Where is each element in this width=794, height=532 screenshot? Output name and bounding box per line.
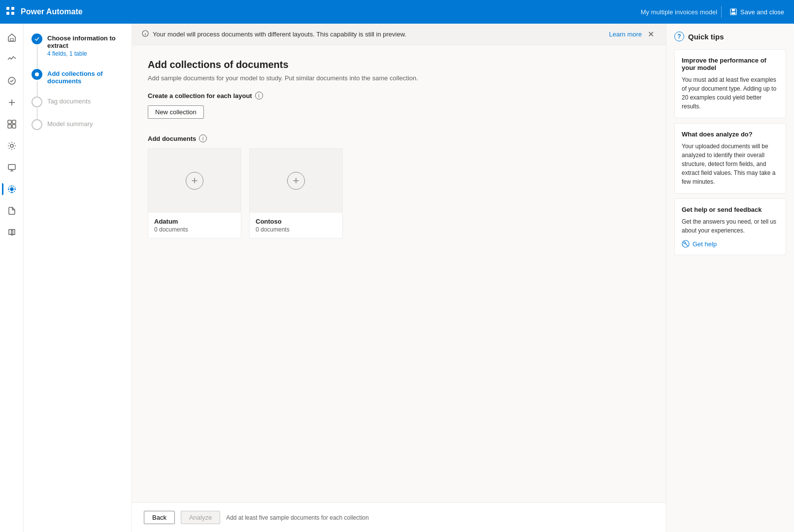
card-count-adatum: 0 documents [154, 226, 235, 233]
step-info-4: Model summary [47, 119, 93, 128]
analyze-button: Analyze [181, 511, 220, 524]
checkmark-icon [34, 36, 40, 42]
create-section-title: Create a collection for each layout [148, 92, 252, 100]
card-upload-area-contoso[interactable]: + [250, 149, 342, 213]
tip-card-analyze: What does analyze do? Your uploaded docu… [674, 123, 786, 194]
step-circle-2 [32, 69, 42, 80]
svg-rect-1 [11, 7, 14, 10]
sidebar-icon-document[interactable] [2, 201, 22, 221]
sidebar-icon-apps[interactable] [2, 114, 22, 134]
back-button[interactable]: Back [144, 511, 175, 524]
svg-rect-12 [12, 120, 16, 124]
step-info-1: Choose information to extract 4 fields, … [47, 33, 124, 57]
collection-card-adatum[interactable]: + Adatum 0 documents [148, 148, 241, 238]
svg-point-19 [10, 188, 13, 191]
sidebar-icon-home[interactable] [2, 28, 22, 47]
sidebar-icon-tools[interactable] [2, 136, 22, 156]
svg-rect-2 [6, 12, 9, 15]
svg-point-15 [10, 144, 13, 147]
sidebar-icon-ai[interactable] [2, 179, 22, 199]
banner-close-icon[interactable]: ✕ [646, 29, 656, 40]
save-close-label: Save and close [740, 8, 784, 16]
collection-card-contoso[interactable]: + Contoso 0 documents [249, 148, 343, 238]
step-info-3: Tag documents [47, 97, 91, 105]
banner-text: Your model will process documents with d… [153, 31, 605, 38]
card-info-adatum: Adatum 0 documents [148, 213, 241, 238]
step-choose-info[interactable]: Choose information to extract 4 fields, … [32, 33, 124, 57]
card-name-adatum: Adatum [154, 218, 235, 225]
steps-sidebar: Choose information to extract 4 fields, … [24, 24, 132, 532]
info-circle-icon: i [142, 30, 149, 37]
icon-sidebar [0, 24, 24, 532]
add-docs-title: Add documents [148, 135, 196, 142]
svg-rect-6 [731, 12, 735, 14]
quick-tips-title: Quick tips [688, 33, 724, 41]
topbar: Power Automate My multiple invoices mode… [0, 0, 794, 24]
sidebar-icon-add[interactable] [2, 93, 22, 112]
svg-rect-5 [732, 9, 735, 11]
page-title: Add collections of documents [148, 59, 650, 70]
get-help-label: Get help [693, 240, 717, 248]
page-content: Add collections of documents Add sample … [132, 45, 666, 502]
tip-title-improve: Improve the performance of your model [682, 57, 779, 71]
step-circle-4 [32, 119, 42, 130]
content-area: i Your model will process documents with… [132, 24, 666, 532]
card-info-contoso: Contoso 0 documents [250, 213, 342, 238]
save-close-button[interactable]: Save and close [726, 6, 788, 18]
add-docs-info-icon[interactable]: i [199, 134, 207, 142]
svg-text:i: i [145, 32, 146, 36]
app-title: Power Automate [21, 7, 83, 16]
step-info-2: Add collections of documents [47, 69, 124, 85]
create-section-info-icon[interactable]: i [255, 92, 263, 100]
active-dot [35, 72, 39, 76]
svg-rect-14 [12, 125, 16, 128]
tip-text-help: Get the answers you need, or tell us abo… [682, 217, 779, 235]
step-tag-documents[interactable]: Tag documents [32, 97, 124, 107]
tip-title-analyze: What does analyze do? [682, 131, 779, 138]
learn-more-link[interactable]: Learn more [609, 31, 642, 38]
step-add-collections[interactable]: Add collections of documents [32, 69, 124, 85]
svg-rect-3 [11, 12, 14, 15]
main-layout: Choose information to extract 4 fields, … [0, 24, 794, 532]
sidebar-icon-book[interactable] [2, 223, 22, 242]
svg-rect-13 [8, 125, 11, 128]
footer-bar: Back Analyze Add at least five sample do… [132, 502, 666, 532]
model-name: My multiple invoices model [641, 8, 717, 16]
step-label-4: Model summary [47, 119, 93, 128]
step-label-2: Add collections of documents [47, 69, 124, 85]
get-help-link[interactable]: Get help [682, 240, 779, 248]
create-section-header: Create a collection for each layout i [148, 92, 650, 100]
sidebar-icon-process[interactable] [2, 71, 22, 91]
tip-text-analyze: Your uploaded documents will be analyzed… [682, 142, 779, 186]
info-banner: i Your model will process documents with… [132, 24, 666, 45]
step-label-3: Tag documents [47, 97, 91, 105]
new-collection-button[interactable]: New collection [148, 105, 204, 119]
svg-rect-7 [10, 38, 13, 41]
step-label-1: Choose information to extract [47, 33, 124, 49]
step-model-summary[interactable]: Model summary [32, 119, 124, 130]
card-count-contoso: 0 documents [256, 226, 336, 233]
card-name-contoso: Contoso [256, 218, 336, 225]
step-circle-3 [32, 97, 42, 107]
footer-hint: Add at least five sample documents for e… [226, 514, 369, 521]
question-icon: ? [674, 32, 684, 41]
card-upload-area-adatum[interactable]: + [148, 149, 241, 213]
cards-row: + Adatum 0 documents + Contoso [148, 148, 650, 238]
plus-icon-adatum: + [186, 172, 203, 190]
tip-title-help: Get help or send feedback [682, 206, 779, 213]
step-circle-1 [32, 33, 42, 44]
grid-icon[interactable] [6, 6, 15, 18]
tip-text-improve: You must add at least five examples of y… [682, 75, 779, 111]
save-icon [729, 8, 737, 16]
quick-tips-sidebar: ? Quick tips Improve the performance of … [666, 24, 794, 532]
sidebar-icon-activity[interactable] [2, 49, 22, 69]
sidebar-icon-monitor[interactable] [2, 158, 22, 177]
tip-card-help: Get help or send feedback Get the answer… [674, 199, 786, 255]
page-subtitle: Add sample documents for your model to s… [148, 74, 650, 82]
topbar-divider [721, 6, 722, 18]
svg-rect-16 [8, 165, 15, 169]
svg-rect-0 [6, 7, 9, 10]
get-help-icon [682, 240, 690, 248]
add-docs-section: Add documents i + Adatum 0 documents [148, 134, 650, 238]
tip-card-improve: Improve the performance of your model Yo… [674, 49, 786, 118]
